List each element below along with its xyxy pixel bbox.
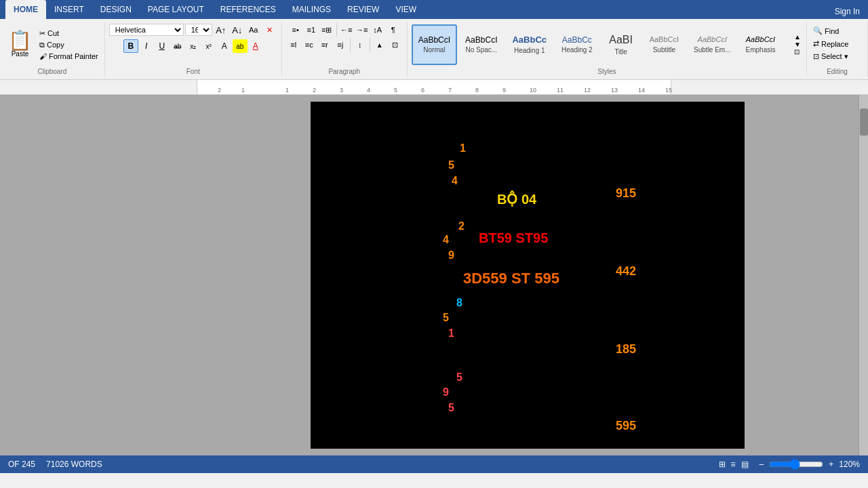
zoom-level: 120% [839,460,860,469]
font-shrink-button[interactable]: A↓ [230,23,245,37]
copy-icon: ⧉ [39,41,45,49]
align-left-button[interactable]: ≡l [286,38,301,52]
tab-home[interactable]: HOME [5,0,46,19]
zoom-out-button[interactable]: – [760,460,764,469]
style-heading1[interactable]: AaBbCc Heading 1 [505,24,553,65]
align-right-button[interactable]: ≡r [317,38,332,52]
increase-indent-button[interactable]: →≡ [355,23,370,37]
decrease-indent-button[interactable]: ←≡ [339,23,354,37]
style-heading1-preview: AaBbCc [512,35,547,45]
format-painter-label: Format Painter [49,52,98,60]
tab-insert[interactable]: INSERT [46,0,92,19]
right-panel [859,95,868,455]
num-915: 915 [616,186,636,201]
document-page[interactable]: 1 5 4 BỘ 04 915 2 4 9 BT59 ST95 3D559 ST… [311,102,745,449]
select-button[interactable]: ⊡ Select ▾ [811,52,850,62]
tab-mailings[interactable]: MAILINGS [284,0,339,19]
shading-button[interactable]: ▲ [372,38,387,52]
style-title[interactable]: AaBI Title [601,24,642,65]
italic-button[interactable]: I [139,39,154,53]
style-heading2[interactable]: AaBbCc Heading 2 [555,24,599,65]
view-read-icon[interactable]: ▤ [741,460,749,469]
style-normal[interactable]: AaBbCcI Normal [412,24,457,65]
font-size-select[interactable]: 16.5 [185,24,212,36]
tab-design[interactable]: DESIGN [92,0,140,19]
change-case-button[interactable]: Aa [246,23,261,37]
superscript-button[interactable]: x² [201,39,216,53]
font-family-select[interactable]: Helvetica [109,24,184,36]
num-8: 8 [456,297,462,309]
ruler-mark-9: 9 [502,87,506,94]
style-title-label: Title [614,48,627,56]
styles-scroll-down[interactable]: ▼ [794,41,801,48]
sign-in-button[interactable]: Sign In [827,4,868,19]
styles-expand[interactable]: ⊡ [794,48,801,56]
text-effects-button[interactable]: A [217,39,232,53]
numbering-button[interactable]: ≡1 [304,23,319,37]
num-595: 595 [616,419,636,433]
document-area[interactable]: 1 5 4 BỘ 04 915 2 4 9 BT59 ST95 3D559 ST… [197,95,859,455]
style-no-spacing-preview: AaBbCcI [465,35,497,45]
style-subtle-emphasis[interactable]: AaBbCcI Subtle Em... [687,24,737,65]
borders-button[interactable]: ⊡ [388,38,403,52]
zoom-in-button[interactable]: + [829,460,833,469]
style-heading1-label: Heading 1 [514,47,545,54]
font-color-button[interactable]: A [248,39,263,53]
strikethrough-button[interactable]: ab [170,39,185,53]
tab-page-layout[interactable]: PAGE LAYOUT [140,0,212,19]
view-print-icon[interactable]: ⊞ [719,460,726,469]
justify-button[interactable]: ≡j [333,38,348,52]
underline-button[interactable]: U [155,39,170,53]
view-web-icon[interactable]: ≡ [731,460,736,469]
highlight-button[interactable]: ab [233,39,248,53]
find-button[interactable]: 🔍 Find [811,26,841,36]
style-subtitle[interactable]: AaBbCcI Subtitle [643,24,686,65]
ruler-mark-2: 2 [218,87,221,94]
style-no-spacing[interactable]: AaBbCcI No Spac... [458,24,504,65]
select-label: Select ▾ [821,52,848,61]
tab-review[interactable]: REVIEW [339,0,387,19]
style-emphasis-preview: AaBbCcI [746,35,775,44]
cut-button[interactable]: ✂ Cut [37,28,100,39]
ruler-mark-1b: 1 [285,87,289,94]
ruler-mark-7: 7 [448,87,452,94]
bold-button[interactable]: B [123,39,138,53]
ruler-mark-15: 15 [665,87,672,94]
num-9-1: 9 [448,249,454,262]
bullets-button[interactable]: ≡• [288,23,303,37]
subscript-button[interactable]: x₂ [186,39,201,53]
ruler-body: 2 1 1 2 3 4 5 6 7 8 9 10 11 12 13 14 15 [197,80,671,94]
center-button[interactable]: ≡c [302,38,317,52]
num-4-2: 4 [443,234,449,246]
format-painter-button[interactable]: 🖌 Format Painter [37,52,100,61]
font-format-row: B I U ab x₂ x² A ab A [123,39,263,53]
style-subtle-emphasis-label: Subtle Em... [694,46,730,54]
vertical-scrollbar[interactable] [859,95,868,455]
ruler-mark-13: 13 [611,87,618,94]
paste-label: Paste [12,50,29,58]
num-5-2: 5 [443,312,449,324]
replace-button[interactable]: ⇄ Replace [811,39,850,49]
paste-button[interactable]: 📋 Paste [4,23,36,66]
style-emphasis[interactable]: AaBbCcI Emphasis [739,24,783,65]
show-marks-button[interactable]: ¶ [386,23,401,37]
multilevel-button[interactable]: ≡⊞ [319,23,334,37]
left-margin [0,95,197,455]
copy-button[interactable]: ⧉ Copy [37,40,100,50]
paragraph-row2: ≡l ≡c ≡r ≡j ↕ ▲ ⊡ [286,38,403,52]
tab-view[interactable]: VIEW [387,0,425,19]
scrollbar-thumb[interactable] [860,108,868,136]
zoom-slider[interactable] [769,459,823,470]
style-subtitle-preview: AaBbCcI [650,35,679,44]
clear-format-button[interactable]: ✕ [262,23,277,37]
line-spacing-button[interactable]: ↕ [353,38,368,52]
font-grow-button[interactable]: A↑ [214,23,229,37]
style-subtitle-label: Subtitle [653,46,675,54]
num-5-4: 5 [448,402,454,414]
sort-button[interactable]: ↕A [370,23,385,37]
ruler-mark-6: 6 [421,87,425,94]
styles-scroll-up[interactable]: ▲ [794,33,801,41]
ruler: 2 1 1 2 3 4 5 6 7 8 9 10 11 12 13 14 15 [0,80,868,95]
ruler-mark-14: 14 [638,87,645,94]
tab-references[interactable]: REFERENCES [212,0,284,19]
